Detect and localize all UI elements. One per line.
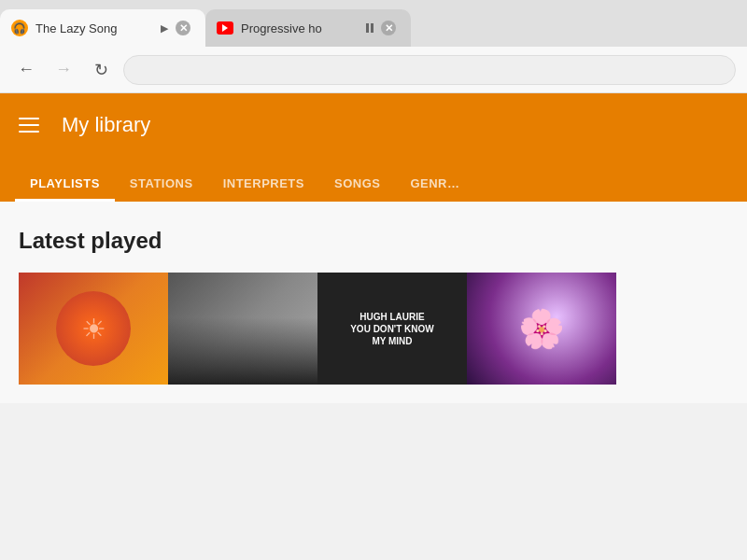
hamburger-icon (19, 131, 39, 133)
tab-pause-button[interactable] (366, 23, 374, 33)
album-art-3: HUGH LAURIEYOU DON'T KNOWMY MIND (346, 307, 438, 351)
tab-songs[interactable]: SONGS (319, 165, 395, 202)
tab-interprets[interactable]: INTERPRETS (208, 165, 319, 202)
tab-close-button-music[interactable]: ✕ (176, 21, 190, 35)
back-button[interactable]: ← (11, 55, 41, 85)
hamburger-menu-button[interactable] (15, 114, 43, 136)
album-card-4[interactable]: 🌸 (467, 273, 616, 385)
tab-playlists[interactable]: PLAYLISTS (15, 165, 115, 202)
tab-title-music: The Lazy Song (35, 21, 153, 35)
browser-nav-bar: ← → ↻ (0, 47, 747, 93)
youtube-icon (217, 21, 233, 35)
album-card-2[interactable] (168, 273, 317, 385)
reload-button[interactable]: ↻ (86, 55, 116, 85)
album-art-2 (168, 317, 317, 385)
album-card-1[interactable]: ☀ (19, 273, 168, 385)
tab-bar: The Lazy Song ▶ ✕ Progressive ho ✕ (0, 0, 747, 47)
albums-row: ☀ HUGH LAURIEYOU DON'T KNOWMY MIND 🌸 (19, 273, 728, 385)
tab-google-music[interactable]: The Lazy Song ▶ ✕ (0, 9, 205, 47)
browser-chrome: The Lazy Song ▶ ✕ Progressive ho ✕ ← → ↻ (0, 0, 747, 93)
forward-button[interactable]: → (49, 55, 78, 85)
tab-title-youtube: Progressive ho (241, 21, 359, 35)
album-art-1: ☀ (56, 291, 131, 366)
hamburger-icon (19, 118, 39, 119)
content-area: Latest played ☀ HUGH LAURIEYOU DON'T KNO… (0, 202, 747, 403)
tab-genres[interactable]: GENR… (395, 165, 474, 202)
navigation-tabs: PLAYLISTS STATIONS INTERPRETS SONGS GENR… (0, 157, 747, 202)
app-header: My library (0, 93, 747, 157)
album-art-4: 🌸 (518, 307, 565, 351)
headphones-icon (11, 20, 28, 36)
address-bar[interactable] (123, 55, 736, 85)
tab-youtube[interactable]: Progressive ho ✕ (205, 9, 411, 47)
tab-close-button-youtube[interactable]: ✕ (381, 21, 396, 35)
tab-play-button[interactable]: ▶ (161, 22, 168, 35)
tab-stations[interactable]: STATIONS (115, 165, 208, 202)
hamburger-icon (19, 124, 39, 126)
section-title-latest-played: Latest played (19, 228, 728, 254)
album-card-3[interactable]: HUGH LAURIEYOU DON'T KNOWMY MIND (317, 273, 467, 385)
app-title: My library (62, 113, 150, 137)
